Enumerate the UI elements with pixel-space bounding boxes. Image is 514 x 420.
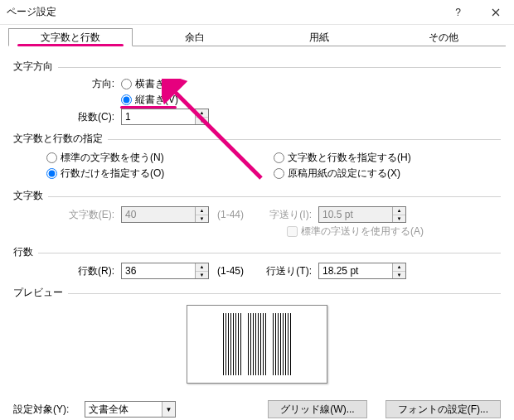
checkbox-std-pitch: 標準の字送りを使用する(A) (287, 224, 424, 239)
section-preview: プレビュー (13, 286, 501, 300)
tab-bar: 文字数と行数 余白 用紙 その他 (8, 28, 506, 46)
preview-box (187, 305, 327, 384)
section-lines: 行数 (13, 245, 501, 259)
apply-to-select[interactable]: ▼ (85, 401, 176, 418)
tab-chars-lines[interactable]: 文字数と行数 (8, 28, 133, 46)
spinner-down-icon[interactable]: ▼ (393, 272, 405, 279)
spinner-down-icon: ▼ (393, 215, 405, 223)
preview-lines-icon (223, 313, 291, 374)
titlebar: ページ設定 ? (0, 0, 514, 25)
close-icon (492, 8, 500, 17)
columns-spinner[interactable]: ▲▼ (121, 109, 209, 125)
tab-margins[interactable]: 余白 (133, 28, 257, 46)
spinner-down-icon: ▼ (196, 215, 208, 223)
spinner-down-icon[interactable]: ▼ (196, 272, 208, 279)
annotation-underline-icon (120, 106, 177, 109)
section-direction: 文字方向 (13, 60, 501, 74)
apply-to-label: 設定対象(Y): (13, 403, 80, 417)
char-pitch-label: 字送り(I): (260, 208, 318, 222)
char-pitch-spinner: ▲▼ (318, 206, 406, 223)
lines-label: 行数(R): (46, 264, 121, 278)
radio-vertical[interactable]: 縦書き(V) (121, 93, 178, 107)
gridlines-button[interactable]: グリッド線(W)... (268, 400, 366, 418)
spinner-up-icon[interactable]: ▲ (196, 263, 208, 272)
radio-lines-only[interactable]: 行数だけを指定する(O) (46, 167, 164, 181)
chars-spinner: ▲▼ (121, 206, 209, 223)
direction-label: 方向: (46, 77, 121, 91)
window-title: ページ設定 (7, 5, 439, 19)
section-chars: 文字数 (13, 189, 501, 203)
radio-horizontal[interactable]: 横書き(Z) (121, 77, 177, 91)
tab-other[interactable]: その他 (381, 28, 506, 46)
spinner-up-icon[interactable]: ▲ (196, 109, 208, 118)
help-button[interactable]: ? (439, 0, 477, 25)
radio-genkou[interactable]: 原稿用紙の設定にする(X) (274, 167, 400, 181)
section-grid-spec: 文字数と行数の指定 (13, 132, 501, 146)
close-button[interactable] (477, 0, 514, 25)
spinner-up-icon[interactable]: ▲ (393, 263, 405, 272)
chevron-down-icon[interactable]: ▼ (162, 402, 175, 417)
spinner-up-icon: ▲ (393, 207, 405, 215)
tab-paper[interactable]: 用紙 (257, 28, 381, 46)
line-pitch-spinner[interactable]: ▲▼ (318, 263, 406, 279)
lines-spinner[interactable]: ▲▼ (121, 263, 209, 279)
radio-chars-and-lines[interactable]: 文字数と行数を指定する(H) (274, 151, 411, 165)
font-settings-button[interactable]: フォントの設定(F)... (386, 400, 501, 418)
columns-label: 段数(C): (46, 110, 121, 124)
annotation-underline-icon (17, 44, 124, 46)
spinner-up-icon: ▲ (196, 207, 208, 215)
radio-standard-chars[interactable]: 標準の文字数を使う(N) (46, 151, 164, 165)
chars-label: 文字数(E): (46, 208, 121, 222)
line-pitch-label: 行送り(T): (260, 264, 318, 278)
spinner-down-icon[interactable]: ▼ (196, 118, 208, 125)
